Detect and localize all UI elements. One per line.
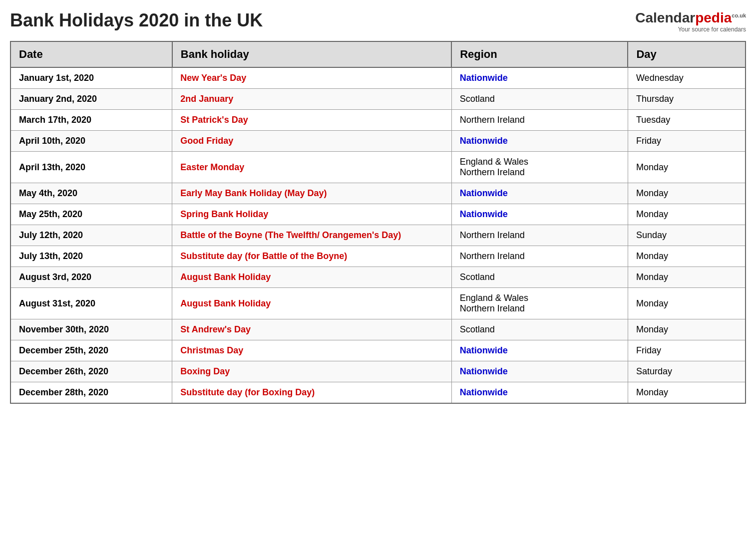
region-cell: England & WalesNorthern Ireland — [451, 288, 628, 319]
date-cell: December 28th, 2020 — [10, 382, 172, 404]
table-row: December 28th, 2020Substitute day (for B… — [10, 382, 746, 404]
date-cell: December 25th, 2020 — [10, 340, 172, 361]
date-cell: January 2nd, 2020 — [10, 89, 172, 110]
table-row: August 31st, 2020August Bank HolidayEngl… — [10, 288, 746, 319]
logo-sub: Your source for calendars — [635, 26, 746, 33]
date-cell: April 10th, 2020 — [10, 131, 172, 152]
table-row: April 13th, 2020Easter MondayEngland & W… — [10, 152, 746, 183]
date-cell: August 31st, 2020 — [10, 288, 172, 319]
date-cell: December 26th, 2020 — [10, 361, 172, 382]
table-row: May 25th, 2020Spring Bank HolidayNationw… — [10, 204, 746, 225]
day-cell: Tuesday — [628, 110, 746, 131]
region-cell: Nationwide — [451, 183, 628, 204]
region-cell: Nationwide — [451, 361, 628, 382]
day-cell: Sunday — [628, 225, 746, 246]
region-cell: England & WalesNorthern Ireland — [451, 152, 628, 183]
holiday-cell: 2nd January — [172, 89, 451, 110]
day-cell: Wednesday — [628, 67, 746, 89]
table-row: November 30th, 2020St Andrew's DayScotla… — [10, 319, 746, 340]
date-cell: January 1st, 2020 — [10, 67, 172, 89]
header: Bank Holidays 2020 in the UK Calendarped… — [10, 10, 746, 33]
holiday-cell: St Patrick's Day — [172, 110, 451, 131]
logo-highlight: pedia — [695, 10, 732, 25]
region-cell: Scotland — [451, 267, 628, 288]
table-row: December 26th, 2020Boxing DayNationwideS… — [10, 361, 746, 382]
holiday-cell: August Bank Holiday — [172, 288, 451, 319]
holiday-cell: New Year's Day — [172, 67, 451, 89]
table-row: January 2nd, 20202nd JanuaryScotlandThur… — [10, 89, 746, 110]
table-row: July 13th, 2020Substitute day (for Battl… — [10, 246, 746, 267]
table-row: January 1st, 2020New Year's DayNationwid… — [10, 67, 746, 89]
region-cell: Northern Ireland — [451, 225, 628, 246]
region-cell: Northern Ireland — [451, 246, 628, 267]
col-header-date: Date — [10, 41, 172, 67]
page-title: Bank Holidays 2020 in the UK — [10, 10, 263, 31]
logo-tld: co.uk — [732, 12, 746, 18]
holiday-cell: St Andrew's Day — [172, 319, 451, 340]
day-cell: Monday — [628, 152, 746, 183]
region-cell: Nationwide — [451, 382, 628, 404]
table-header-row: Date Bank holiday Region Day — [10, 41, 746, 67]
holiday-cell: Early May Bank Holiday (May Day) — [172, 183, 451, 204]
day-cell: Monday — [628, 267, 746, 288]
day-cell: Thursday — [628, 89, 746, 110]
region-cell: Nationwide — [451, 67, 628, 89]
table-row: April 10th, 2020Good FridayNationwideFri… — [10, 131, 746, 152]
logo-text: Calendarpediaco.uk — [635, 10, 746, 26]
region-cell: Northern Ireland — [451, 110, 628, 131]
date-cell: November 30th, 2020 — [10, 319, 172, 340]
day-cell: Monday — [628, 204, 746, 225]
date-cell: July 12th, 2020 — [10, 225, 172, 246]
date-cell: March 17th, 2020 — [10, 110, 172, 131]
day-cell: Saturday — [628, 361, 746, 382]
date-cell: May 25th, 2020 — [10, 204, 172, 225]
region-cell: Nationwide — [451, 131, 628, 152]
table-row: August 3rd, 2020August Bank HolidayScotl… — [10, 267, 746, 288]
holiday-cell: Christmas Day — [172, 340, 451, 361]
holiday-cell: Boxing Day — [172, 361, 451, 382]
table-row: May 4th, 2020Early May Bank Holiday (May… — [10, 183, 746, 204]
holidays-table: Date Bank holiday Region Day January 1st… — [10, 41, 746, 404]
date-cell: August 3rd, 2020 — [10, 267, 172, 288]
col-header-day: Day — [628, 41, 746, 67]
table-row: December 25th, 2020Christmas DayNationwi… — [10, 340, 746, 361]
region-cell: Scotland — [451, 89, 628, 110]
holiday-cell: Substitute day (for Boxing Day) — [172, 382, 451, 404]
logo: Calendarpediaco.uk Your source for calen… — [635, 10, 746, 33]
date-cell: May 4th, 2020 — [10, 183, 172, 204]
date-cell: April 13th, 2020 — [10, 152, 172, 183]
day-cell: Monday — [628, 319, 746, 340]
table-row: March 17th, 2020St Patrick's DayNorthern… — [10, 110, 746, 131]
region-cell: Nationwide — [451, 340, 628, 361]
day-cell: Monday — [628, 246, 746, 267]
day-cell: Monday — [628, 382, 746, 404]
holiday-cell: Substitute day (for Battle of the Boyne) — [172, 246, 451, 267]
col-header-region: Region — [451, 41, 628, 67]
region-cell: Nationwide — [451, 204, 628, 225]
holiday-cell: Spring Bank Holiday — [172, 204, 451, 225]
day-cell: Monday — [628, 288, 746, 319]
day-cell: Friday — [628, 340, 746, 361]
date-cell: July 13th, 2020 — [10, 246, 172, 267]
day-cell: Friday — [628, 131, 746, 152]
holiday-cell: Battle of the Boyne (The Twelfth/ Orange… — [172, 225, 451, 246]
holiday-cell: Good Friday — [172, 131, 451, 152]
holiday-cell: August Bank Holiday — [172, 267, 451, 288]
day-cell: Monday — [628, 183, 746, 204]
table-row: July 12th, 2020Battle of the Boyne (The … — [10, 225, 746, 246]
region-cell: Scotland — [451, 319, 628, 340]
col-header-holiday: Bank holiday — [172, 41, 451, 67]
holiday-cell: Easter Monday — [172, 152, 451, 183]
